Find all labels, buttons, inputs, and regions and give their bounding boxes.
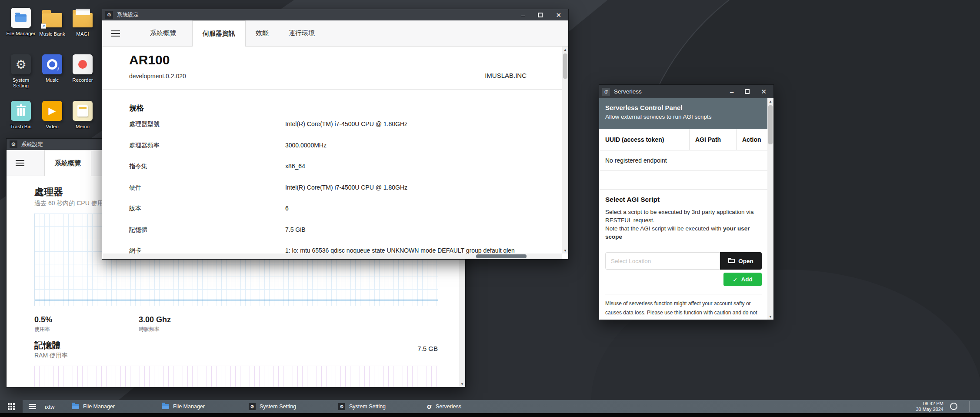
scrollbar-horizontal[interactable]	[102, 254, 562, 259]
desktop-icon-video[interactable]: ▶ Video	[37, 101, 67, 130]
menu-icon[interactable]	[111, 30, 120, 37]
show-desktop-divider[interactable]	[969, 401, 970, 412]
hostname: AR100	[129, 53, 170, 67]
taskbar-bottom-strip	[0, 413, 980, 417]
panel-subtitle: Allow external services to run AGI scrip…	[605, 113, 761, 120]
icon-label: Music Bank	[39, 31, 65, 37]
window-title: 系統設定	[21, 141, 43, 148]
description-line1: Select a script to be executed by 3rd pa…	[605, 209, 753, 224]
folder-icon	[72, 404, 79, 409]
scroll-up-icon[interactable]: ▲	[562, 47, 568, 53]
host-version: development.0.2.020	[129, 73, 186, 80]
column-uuid: UUID (access token)	[599, 136, 689, 143]
desktop-icon-system-setting[interactable]: ⚙ System Setting	[6, 54, 36, 89]
minimize-button[interactable]: –	[521, 12, 525, 18]
spec-label: 版本	[129, 205, 285, 213]
select-agi-heading: Select AGI Script	[605, 196, 660, 203]
spec-value: 7.5 GiB	[285, 226, 306, 233]
column-action: Action	[736, 129, 767, 150]
scrollbar-vertical[interactable]: ▲ ▼	[562, 47, 568, 254]
maximize-button[interactable]	[745, 89, 750, 94]
taskbar-item-system-setting-2[interactable]: ⚙ System Setting	[338, 400, 386, 413]
icon-label: Recorder	[72, 77, 93, 83]
spec-value: x86_64	[285, 163, 305, 170]
folder-shortcut-icon: ↗	[42, 13, 62, 27]
open-button[interactable]: Open	[720, 252, 762, 270]
check-icon: ✓	[733, 276, 737, 283]
taskbar-item-file-manager-1[interactable]: File Manager	[72, 400, 115, 413]
spec-value: Intel(R) Core(TM) i7-4500U CPU @ 1.80GHz	[285, 120, 407, 127]
icon-label: Music	[46, 77, 59, 83]
scroll-thumb[interactable]	[768, 105, 773, 144]
desktop-icon-memo[interactable]: Memo	[67, 101, 98, 130]
desktop-icon-magi[interactable]: MAGI	[67, 8, 98, 37]
trash-icon	[11, 101, 31, 121]
tab-system-overview[interactable]: 系統概覽	[44, 150, 91, 176]
column-agi-path: AGI Path	[689, 129, 736, 150]
cpu-clock-label: 時脈頻率	[139, 326, 160, 333]
spec-row: 硬件Intel(R) Core(TM) i7-4500U CPU @ 1.80G…	[129, 184, 560, 205]
desktop-icon-music[interactable]: ♪ Music	[37, 54, 67, 83]
script-location-input[interactable]	[605, 252, 720, 270]
scroll-down-icon[interactable]: ▼	[459, 381, 465, 387]
cpu-subtitle: 過去 60 秒內的 CPU 使用率	[34, 200, 110, 207]
minimize-button[interactable]: –	[730, 88, 733, 95]
serverless-icon: σ	[602, 88, 610, 96]
tab-server-info[interactable]: 伺服器資訊	[192, 20, 246, 47]
desktop-icon-recorder[interactable]: Recorder	[67, 54, 98, 83]
ram-total: 7.5 GB	[34, 345, 438, 352]
play-icon: ▶	[42, 101, 62, 121]
scroll-down-icon[interactable]: ▼	[767, 314, 773, 320]
close-button[interactable]: ✕	[556, 12, 561, 18]
description-line2: Note that the AGI script will be execute…	[605, 225, 723, 232]
ram-subtitle: RAM 使用率	[34, 352, 68, 360]
add-button[interactable]: ✓ Add	[723, 273, 762, 286]
taskbar-item-file-manager-2[interactable]: File Manager	[162, 400, 205, 413]
specs-table: 處理器型號Intel(R) Core(TM) i7-4500U CPU @ 1.…	[129, 120, 560, 259]
clock-time: 06:42 PM	[916, 401, 943, 407]
scrollbar-vertical[interactable]: ▲ ▼	[767, 98, 773, 320]
window-titlebar[interactable]: ⚙ 系統設定 – ✕	[102, 9, 568, 20]
scroll-down-icon[interactable]: ▼	[562, 247, 568, 254]
cpu-heading: 處理器	[34, 186, 63, 199]
panel-title: Serverless Control Panel	[605, 104, 761, 111]
close-button[interactable]: ✕	[761, 88, 767, 95]
music-disc-icon: ♪	[42, 54, 62, 74]
ram-usage-chart	[34, 366, 438, 387]
tab-runtime[interactable]: 運行環境	[279, 20, 325, 46]
gear-icon: ⚙	[11, 54, 31, 74]
spec-label: 硬件	[129, 184, 285, 192]
maximize-button[interactable]	[538, 13, 543, 17]
taskbar-item-system-setting-1[interactable]: ⚙ System Setting	[249, 400, 296, 413]
scroll-thumb[interactable]	[476, 254, 527, 258]
endpoint-table-header: UUID (access token) AGI Path Action	[599, 129, 767, 150]
app-launcher-button[interactable]	[0, 400, 23, 413]
scroll-up-icon[interactable]: ▲	[767, 98, 773, 104]
notification-circle-icon[interactable]	[950, 403, 957, 410]
spec-row: 處理器頻率3000.0000MHz	[129, 142, 560, 163]
specs-heading: 規格	[129, 103, 144, 113]
scroll-thumb[interactable]	[563, 53, 567, 79]
desktop-icon-trash-bin[interactable]: Trash Bin	[6, 101, 36, 130]
taskbar-menu-icon[interactable]	[29, 404, 36, 409]
icon-label: File Manager	[6, 31, 35, 37]
spec-value: 3000.0000MHz	[285, 142, 327, 149]
tab-system-overview[interactable]: 系統概覽	[140, 20, 186, 46]
tab-performance[interactable]: 效能	[246, 20, 279, 46]
spec-row: 處理器型號Intel(R) Core(TM) i7-4500U CPU @ 1.…	[129, 120, 560, 142]
clock-date: 30 May 2024	[916, 407, 943, 412]
divider	[102, 89, 562, 90]
taskbar-clock[interactable]: 06:42 PM 30 May 2024	[916, 401, 943, 412]
taskbar-item-serverless[interactable]: σ Serverless	[427, 400, 461, 413]
gear-icon: ⚙	[338, 403, 345, 410]
window-titlebar[interactable]: σ Serverless – ✕	[599, 85, 773, 98]
serverless-panel-header: Serverless Control Panel Allow external …	[599, 98, 767, 129]
menu-icon[interactable]	[16, 160, 24, 166]
username: ixtw	[45, 404, 54, 410]
desktop-icon-music-bank[interactable]: ↗ Music Bank	[37, 8, 67, 37]
window-content: Serverless Control Panel Allow external …	[599, 98, 773, 320]
desktop-icon-file-manager[interactable]: File Manager	[6, 8, 36, 37]
host-vendor: IMUSLAB.INC	[485, 72, 527, 79]
spec-value: 1: lo: mtu 65536 qdisc noqueue state UNK…	[285, 247, 515, 254]
spec-label: 處理器頻率	[129, 142, 285, 150]
